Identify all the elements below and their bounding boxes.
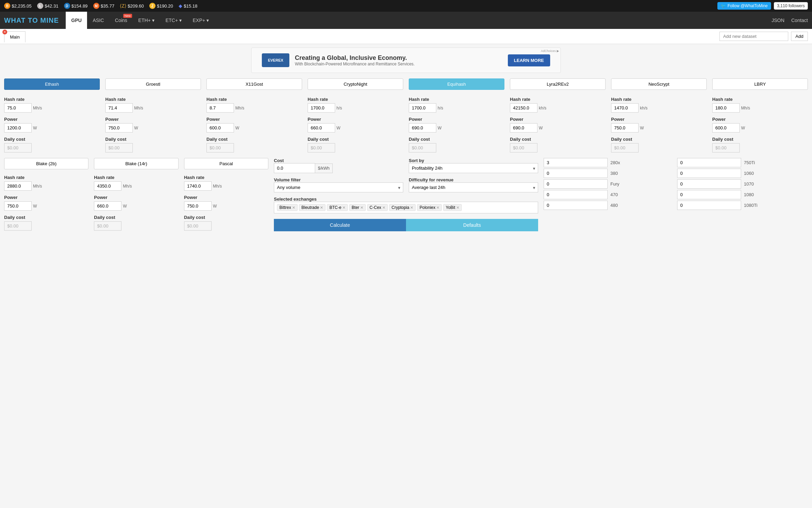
hashrate-input-pascal[interactable]	[184, 181, 212, 191]
btc-price: B $2,235.05	[4, 3, 32, 9]
algo-neoscrypt-button[interactable]: NeoScrypt	[611, 78, 707, 90]
followers-badge: 3,110 followers	[774, 2, 808, 10]
cost-input-blake14r[interactable]	[94, 221, 121, 231]
nav-asic[interactable]: ASIC	[87, 12, 109, 29]
power-col-equihash: Power W	[409, 114, 504, 133]
remove-poloniex-icon[interactable]: ✕	[436, 205, 439, 210]
power-input-pascal[interactable]	[184, 201, 212, 211]
hashrate-unit-lyra2: kh/s	[539, 106, 546, 110]
cost-label-neoscrypt: Daily cost	[611, 137, 707, 142]
nav-coins[interactable]: Coins New	[109, 12, 133, 29]
remove-btce-icon[interactable]: ✕	[342, 205, 345, 210]
hashrate-unit-equihash: h/s	[438, 106, 443, 110]
main-content: AdChoices ▶ EVEREX Creating a Global, In…	[0, 44, 812, 235]
stat-input-380-count[interactable]	[544, 169, 608, 178]
hashrate-input-groestl[interactable]	[105, 103, 133, 113]
param-col-cryptonight: Hash rate h/s	[308, 94, 403, 113]
nav-contact[interactable]: Contact	[791, 18, 808, 23]
remove-ccex-icon[interactable]: ✕	[382, 205, 385, 210]
cost-input-cryptonight[interactable]	[308, 143, 335, 152]
btc-icon: B	[4, 3, 10, 9]
algo-ethash-button[interactable]: Ethash	[4, 78, 100, 90]
cost-input-equihash[interactable]	[409, 143, 436, 152]
stat-input-750ti-count[interactable]	[677, 158, 741, 167]
stat-input-1070-count[interactable]	[677, 179, 741, 189]
power-input-cryptonight[interactable]	[308, 123, 335, 133]
cost-input-lyra2[interactable]	[510, 143, 537, 152]
power-input-lyra2[interactable]	[510, 123, 537, 133]
cost-input-lbry[interactable]	[712, 143, 740, 152]
power-input-blake14r[interactable]	[94, 201, 121, 211]
algo-equihash-button[interactable]: Equihash	[409, 78, 504, 90]
hashrate-input-cryptonight[interactable]	[308, 103, 335, 113]
remove-bittrex-icon[interactable]: ✕	[292, 205, 295, 210]
power-col-blake2b: Power W	[4, 192, 88, 211]
defaults-button[interactable]: Defaults	[406, 219, 538, 231]
ad-learn-more-button[interactable]: LEARN MORE	[508, 54, 550, 66]
nav-gpu[interactable]: GPU	[66, 12, 87, 29]
cost-input-blake2b[interactable]	[4, 221, 32, 231]
stat-input-1080ti-count[interactable]	[677, 201, 741, 210]
cost-input-ethash[interactable]	[4, 143, 32, 152]
stat-input-1080-count[interactable]	[677, 190, 741, 199]
algo-pascal-button[interactable]: Pascal	[184, 158, 268, 169]
cost-label-groestl: Daily cost	[105, 137, 201, 142]
eth-icon: ◆	[179, 3, 182, 9]
difficulty-select[interactable]: Average last 24h Current Average last 1h	[409, 182, 538, 192]
remove-bter-icon[interactable]: ✕	[360, 205, 363, 210]
volume-select[interactable]: Any volume High volume Medium volume	[274, 182, 403, 192]
stat-input-480-count[interactable]	[544, 201, 608, 210]
algo-lbry-button[interactable]: LBRY	[712, 78, 808, 90]
cost-col-neoscrypt: Daily cost	[611, 134, 707, 152]
cost-input-x11gost[interactable]	[206, 143, 234, 152]
xmr-icon: M	[93, 3, 99, 9]
power-input-ethash[interactable]	[4, 123, 32, 133]
hashrate-input-x11gost[interactable]	[206, 103, 234, 113]
cost-input-groestl[interactable]	[105, 143, 133, 152]
power-input-neoscrypt[interactable]	[611, 123, 639, 133]
power-label-ethash: Power	[4, 117, 100, 122]
twitter-follow-button[interactable]: 🐦 Follow @WhatToMine	[717, 2, 771, 10]
calculate-button[interactable]: Calculate	[274, 219, 406, 231]
power-input-groestl[interactable]	[105, 123, 133, 133]
nav-etc-plus[interactable]: ETC+ ▾	[160, 12, 187, 29]
hashrate-unit-lbry: Mh/s	[741, 106, 750, 110]
power-input-blake2b[interactable]	[4, 201, 32, 211]
hashrate-input-equihash[interactable]	[409, 103, 436, 113]
hashrate-input-lyra2[interactable]	[510, 103, 537, 113]
hashrate-input-lbry[interactable]	[712, 103, 740, 113]
close-tab-icon[interactable]: ✕	[2, 30, 7, 34]
stat-input-fury-count[interactable]	[544, 179, 608, 189]
remove-cryptopia-icon[interactable]: ✕	[410, 205, 413, 210]
hashrate-input-blake2b[interactable]	[4, 181, 32, 191]
stat-input-280x-count[interactable]	[544, 158, 608, 167]
algo-groestl-button[interactable]: Groestl	[105, 78, 201, 90]
main-tab[interactable]: ✕ Main	[4, 31, 25, 42]
remove-yobit-icon[interactable]: ✕	[456, 205, 459, 210]
algo-lyra2rev2-button[interactable]: Lyra2REv2	[510, 78, 606, 90]
stat-input-1060-count[interactable]	[677, 169, 741, 178]
algo-cryptonight-button[interactable]: CryptoNight	[308, 78, 403, 90]
cost-input-neoscrypt[interactable]	[611, 143, 639, 152]
cost-input-pascal[interactable]	[184, 221, 212, 231]
power-input-x11gost[interactable]	[206, 123, 234, 133]
hashrate-input-blake14r[interactable]	[94, 181, 121, 191]
power-label-lbry: Power	[712, 117, 808, 122]
algo-blake14r-button[interactable]: Blake (14r)	[94, 158, 178, 169]
hashrate-input-neoscrypt[interactable]	[611, 103, 639, 113]
nav-json[interactable]: JSON	[771, 18, 784, 23]
stat-input-470-count[interactable]	[544, 190, 608, 199]
nav-eth-plus[interactable]: ETH+ ▾	[133, 12, 160, 29]
hashrate-input-ethash[interactable]	[4, 103, 32, 113]
add-dataset-button[interactable]: Add	[791, 32, 808, 41]
remove-bleutrade-icon[interactable]: ✕	[320, 205, 323, 210]
power-input-equihash[interactable]	[409, 123, 436, 133]
sort-select[interactable]: Profitability 24h Profitability 1h Reven…	[409, 163, 538, 173]
nav-exp-plus[interactable]: EXP+ ▾	[187, 12, 214, 29]
power-input-lbry[interactable]	[712, 123, 740, 133]
nav-right: JSON Contact	[771, 18, 808, 23]
add-dataset-input[interactable]	[719, 32, 788, 41]
algo-blake2b-button[interactable]: Blake (2b)	[4, 158, 88, 169]
cost-per-kwh-input[interactable]	[274, 163, 315, 173]
algo-x11gost-button[interactable]: X11Gost	[206, 78, 302, 90]
